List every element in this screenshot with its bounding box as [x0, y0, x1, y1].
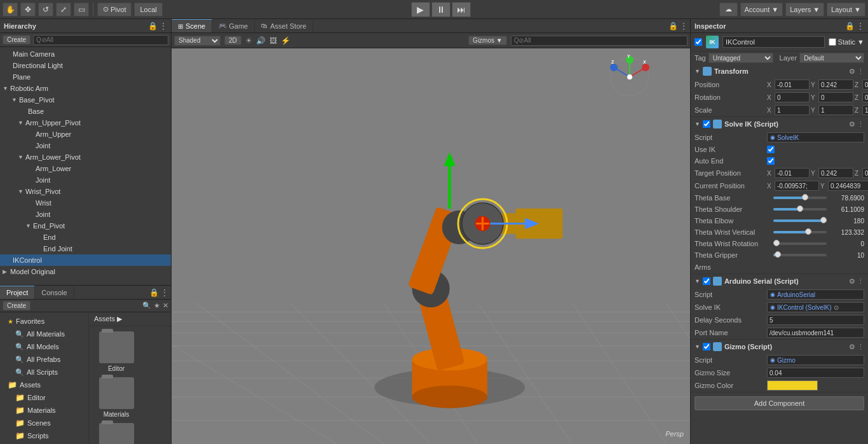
tree-item-arm-lower[interactable]: Arm_Lower — [0, 163, 171, 174]
position-x[interactable] — [775, 80, 810, 90]
transform-settings[interactable]: ⚙ — [849, 67, 855, 76]
layer-dropdown[interactable]: Default — [799, 53, 864, 63]
play-btn[interactable]: ▶ — [411, 2, 430, 17]
tree-item-wrist[interactable]: Wrist — [0, 197, 171, 209]
object-active-checkbox[interactable] — [695, 38, 702, 46]
sound-icon[interactable]: 🔊 — [256, 36, 266, 45]
theta-base-track[interactable] — [773, 197, 827, 199]
gizmo-header[interactable]: ▼ Gizmo (Script) ⚙ ⋮ — [691, 340, 868, 354]
hierarchy-search[interactable] — [33, 35, 168, 45]
delay-value[interactable] — [767, 315, 864, 325]
gizmos-btn[interactable]: Gizmos ▼ — [468, 36, 507, 45]
scene-gizmo[interactable]: X Y Z — [607, 55, 652, 99]
solve-ik-ref-btn[interactable]: ⊙ — [834, 304, 839, 311]
solve-ik-settings[interactable]: ⚙ — [849, 120, 855, 128]
solve-ik-enabled[interactable] — [703, 120, 710, 128]
sidebar-all-models[interactable]: 🔍 All Models — [0, 340, 88, 353]
tree-item-base[interactable]: Base — [0, 106, 171, 117]
scene-viewport[interactable]: X Y Z Persp — [172, 48, 690, 444]
tree-item-end[interactable]: End — [0, 232, 171, 243]
image-icon[interactable]: 🖼 — [269, 36, 277, 45]
tree-item-ikcontrol[interactable]: IKControl — [0, 254, 171, 266]
fx-icon[interactable]: ⚡ — [281, 36, 290, 45]
more-icon[interactable]: ⋮ — [159, 22, 167, 31]
folder-materials[interactable]: Materials — [94, 377, 139, 418]
tab-game[interactable]: 🎮 Game — [212, 19, 255, 32]
folder-scenes[interactable]: Scenes — [94, 423, 139, 444]
folder-editor[interactable]: Editor — [94, 331, 139, 372]
pivot-btn[interactable]: ⊙ Pivot — [97, 3, 132, 17]
tree-item-main-camera[interactable]: Main Camera — [0, 48, 171, 60]
add-component-btn[interactable]: Add Component — [695, 396, 864, 410]
more-icon-insp[interactable]: ⋮ — [857, 22, 864, 31]
tree-item-joint1[interactable]: Joint — [0, 140, 171, 151]
rotation-x[interactable] — [775, 92, 810, 102]
sidebar-assets[interactable]: 📁 Assets — [0, 378, 88, 391]
tab-scene[interactable]: ⊞ Scene — [172, 19, 212, 32]
rect-tool-btn[interactable]: ▭ — [74, 3, 89, 17]
arduino-enabled[interactable] — [703, 277, 710, 285]
tree-item-arm-lower-pivot[interactable]: ▼ Arm_Lower_Pivot — [0, 151, 171, 163]
tree-item-arm-upper[interactable]: Arm_Upper — [0, 128, 171, 140]
layout-btn[interactable]: Layout ▼ — [827, 3, 865, 17]
current-x[interactable] — [775, 181, 819, 191]
tree-item-directional-light[interactable]: Directional Light — [0, 60, 171, 71]
tree-item-model-original[interactable]: ▶ Model Original — [0, 266, 171, 277]
lock-icon[interactable]: 🔒 — [148, 22, 158, 31]
tree-item-base-pivot[interactable]: ▼ Base_Pivot — [0, 94, 171, 106]
script-ref[interactable]: ◉ SolveIK — [767, 132, 864, 142]
scale-tool-btn[interactable]: ⤢ — [56, 3, 71, 17]
arduino-script-ref[interactable]: ◉ ArduinoSerial — [767, 289, 864, 300]
move-tool-btn[interactable]: ✥ — [20, 3, 36, 17]
gizmo-color-swatch[interactable] — [767, 380, 818, 391]
step-btn[interactable]: ⏭ — [452, 2, 471, 17]
target-x[interactable] — [775, 168, 810, 178]
tree-item-arm-upper-pivot[interactable]: ▼ Arm_Upper_Pivot — [0, 117, 171, 128]
cloud-btn[interactable]: ☁ — [719, 3, 738, 17]
tree-item-joint2[interactable]: Joint — [0, 174, 171, 186]
sidebar-scripts[interactable]: 📁 Scripts — [0, 429, 88, 442]
theta-shoulder-track[interactable] — [773, 208, 827, 211]
theta-elbow-track[interactable] — [773, 219, 827, 222]
port-value[interactable] — [767, 328, 864, 338]
arduino-header[interactable]: ▼ Arduino Serial (Script) ⚙ ⋮ — [691, 274, 868, 288]
position-z[interactable] — [862, 80, 868, 90]
scene-search[interactable] — [511, 36, 688, 46]
use-ik-checkbox[interactable] — [767, 146, 775, 153]
more-icon2[interactable]: ⋮ — [161, 288, 168, 297]
transform-more[interactable]: ⋮ — [857, 67, 864, 76]
gizmo-more[interactable]: ⋮ — [857, 343, 864, 351]
sidebar-all-prefabs[interactable]: 🔍 All Prefabs — [0, 353, 88, 366]
auto-end-checkbox[interactable] — [767, 157, 775, 165]
object-name-field[interactable] — [722, 36, 825, 48]
tag-dropdown[interactable]: Untagged — [709, 53, 773, 63]
static-dropdown-icon[interactable]: ▼ — [857, 38, 864, 46]
gizmo-settings[interactable]: ⚙ — [849, 343, 855, 351]
sidebar-all-scripts[interactable]: 🔍 All Scripts — [0, 366, 88, 378]
sidebar-materials[interactable]: 📁 Materials — [0, 404, 88, 417]
local-btn[interactable]: Local — [134, 3, 162, 17]
transform-section-header[interactable]: ▼ Transform ⚙ ⋮ — [691, 64, 868, 78]
arduino-solve-ik-ref[interactable]: ◉ IKControl (SolveIK) ⊙ — [767, 302, 864, 312]
gizmo-size-value[interactable] — [767, 368, 864, 378]
hand-tool-btn[interactable]: ✋ — [3, 3, 18, 17]
lock-icon3[interactable]: 🔒 — [668, 22, 678, 31]
tree-item-wrist-pivot[interactable]: ▼ Wrist_Pivot — [0, 186, 171, 197]
rotation-z[interactable] — [862, 92, 868, 102]
arduino-more[interactable]: ⋮ — [857, 277, 864, 286]
tree-item-plane[interactable]: Plane — [0, 71, 171, 83]
2d-btn[interactable]: 2D — [224, 36, 241, 45]
scale-x[interactable] — [775, 105, 810, 115]
tab-asset-store[interactable]: 🛍 Asset Store — [255, 19, 313, 32]
position-y[interactable] — [818, 80, 853, 90]
tree-item-end-joint[interactable]: End Joint — [0, 243, 171, 254]
target-y[interactable] — [818, 168, 853, 178]
pause-btn[interactable]: ⏸ — [431, 2, 451, 17]
account-btn[interactable]: Account ▼ — [740, 3, 783, 17]
layers-btn[interactable]: Layers ▼ — [785, 3, 824, 17]
solve-ik-more[interactable]: ⋮ — [857, 120, 864, 128]
lock-icon2[interactable]: 🔒 — [149, 288, 159, 297]
static-checkbox[interactable] — [829, 38, 836, 46]
theta-wrist-vert-track[interactable] — [773, 231, 827, 233]
sidebar-scenes[interactable]: 📁 Scenes — [0, 417, 88, 429]
